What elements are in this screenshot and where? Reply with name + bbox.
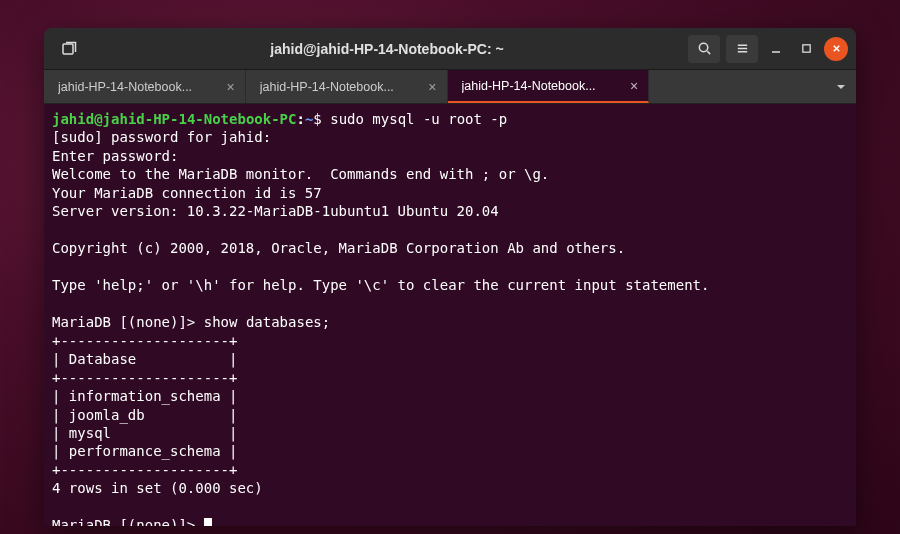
close-button[interactable] — [824, 37, 848, 61]
output-line: [sudo] password for jahid: — [52, 129, 271, 145]
table-header: | Database | — [52, 351, 237, 367]
tab-close-icon[interactable]: × — [630, 78, 638, 94]
output-line: Welcome to the MariaDB monitor. Commands… — [52, 166, 549, 182]
hamburger-menu-button[interactable] — [726, 35, 758, 63]
prompt-at: @ — [94, 111, 102, 127]
output-line: Copyright (c) 2000, 2018, Oracle, MariaD… — [52, 240, 625, 256]
svg-rect-2 — [802, 45, 809, 52]
window-title: jahid@jahid-HP-14-Notebook-PC: ~ — [86, 41, 688, 57]
maximize-button[interactable] — [794, 37, 818, 61]
svg-point-1 — [699, 43, 707, 51]
svg-rect-0 — [63, 44, 73, 54]
tab-1[interactable]: jahid-HP-14-Notebook... × — [44, 70, 246, 103]
prompt-host: jahid-HP-14-Notebook-PC — [103, 111, 297, 127]
table-sep: +--------------------+ — [52, 333, 237, 349]
table-row: | information_schema | — [52, 388, 237, 404]
output-line: Type 'help;' or '\h' for help. Type '\c'… — [52, 277, 709, 293]
minimize-button[interactable] — [764, 37, 788, 61]
prompt-sep: : — [296, 111, 304, 127]
cursor — [204, 518, 212, 526]
table-row: | performance_schema | — [52, 443, 237, 459]
terminal-body[interactable]: jahid@jahid-HP-14-Notebook-PC:~$ sudo my… — [44, 104, 856, 526]
command-2: show databases; — [204, 314, 330, 330]
tab-3-active[interactable]: jahid-HP-14-Notebook... × — [448, 70, 650, 103]
search-button[interactable] — [688, 35, 720, 63]
output-line: Your MariaDB connection id is 57 — [52, 185, 322, 201]
tab-2[interactable]: jahid-HP-14-Notebook... × — [246, 70, 448, 103]
tab-label: jahid-HP-14-Notebook... — [462, 79, 623, 93]
tab-label: jahid-HP-14-Notebook... — [260, 80, 421, 94]
tab-close-icon[interactable]: × — [428, 79, 436, 95]
table-sep: +--------------------+ — [52, 462, 237, 478]
tabs-bar: jahid-HP-14-Notebook... × jahid-HP-14-No… — [44, 70, 856, 104]
table-row: | mysql | — [52, 425, 237, 441]
table-sep: +--------------------+ — [52, 370, 237, 386]
output-line: Server version: 10.3.22-MariaDB-1ubuntu1… — [52, 203, 499, 219]
tab-label: jahid-HP-14-Notebook... — [58, 80, 219, 94]
table-row: | joomla_db | — [52, 407, 237, 423]
output-line: Enter password: — [52, 148, 178, 164]
command-1: sudo mysql -u root -p — [330, 111, 507, 127]
terminal-window: jahid@jahid-HP-14-Notebook-PC: ~ — [44, 28, 856, 526]
prompt-symbol: $ — [313, 111, 321, 127]
result-line: 4 rows in set (0.000 sec) — [52, 480, 263, 496]
titlebar: jahid@jahid-HP-14-Notebook-PC: ~ — [44, 28, 856, 70]
mariadb-prompt: MariaDB [(none)]> — [52, 314, 195, 330]
tabs-dropdown-button[interactable] — [826, 70, 856, 103]
mariadb-prompt: MariaDB [(none)]> — [52, 517, 195, 526]
new-tab-button[interactable] — [54, 34, 84, 64]
tab-close-icon[interactable]: × — [227, 79, 235, 95]
prompt-user: jahid — [52, 111, 94, 127]
